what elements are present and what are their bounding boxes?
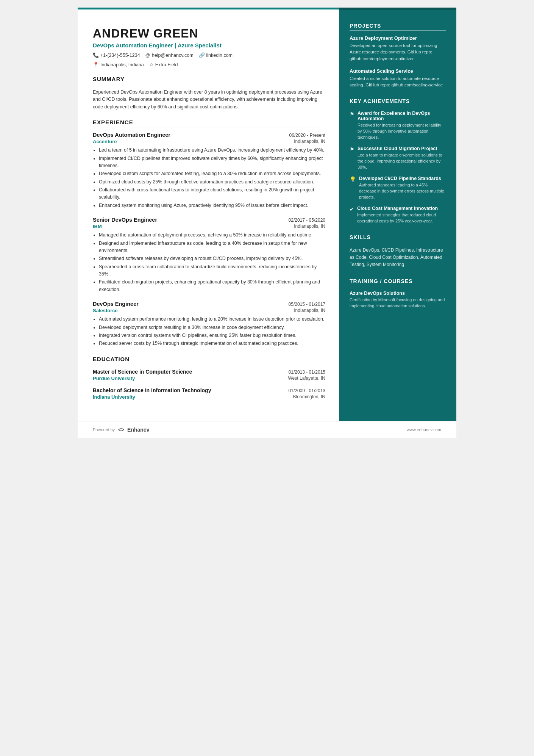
powered-by-text: Powered by bbox=[93, 427, 115, 432]
job-company-2: IBM bbox=[93, 224, 102, 229]
education-title: EDUCATION bbox=[93, 356, 325, 364]
project-desc-2: Created a niche solution to automate res… bbox=[350, 75, 446, 89]
job-date-1: 06/2020 - Present bbox=[289, 133, 325, 138]
job-location-3: Indianapolis, IN bbox=[294, 308, 325, 313]
project-name-2: Automated Scaling Service bbox=[350, 68, 446, 74]
location-contact: 📍 Indianapolis, Indiana bbox=[93, 62, 144, 67]
achievement-desc-4: Implemented strategies that reduced clou… bbox=[357, 212, 446, 224]
project-desc-1: Developed an open-source tool for optimi… bbox=[350, 42, 446, 62]
achievement-title-3: Developed CI/CD Pipeline Standards bbox=[359, 176, 446, 181]
enhancv-logo: Enhancv bbox=[117, 427, 149, 433]
bullet: Reduced server costs by 15% through stra… bbox=[99, 340, 325, 347]
achievement-item-4: ✔ Cloud Cost Management Innovation Imple… bbox=[350, 206, 446, 224]
achievement-desc-1: Received for increasing deployment relia… bbox=[358, 122, 446, 141]
training-item-1: Azure DevOps Solutions Certification by … bbox=[350, 291, 446, 309]
bullet: Managed the automation of deployment pro… bbox=[99, 232, 325, 239]
skills-section: SKILLS Azure DevOps, CI/CD Pipelines, In… bbox=[350, 234, 446, 269]
projects-title: PROJECTS bbox=[350, 23, 446, 31]
education-section: EDUCATION Master of Science in Computer … bbox=[93, 356, 325, 400]
training-title: TRAINING / COURSES bbox=[350, 278, 446, 286]
project-item-2: Automated Scaling Service Created a nich… bbox=[350, 68, 446, 89]
job-title-3: DevOps Engineer bbox=[93, 301, 139, 307]
training-section: TRAINING / COURSES Azure DevOps Solution… bbox=[350, 278, 446, 309]
bullet: Collaborated with cross-functional teams… bbox=[99, 186, 325, 201]
job-location-1: Indianapolis, IN bbox=[294, 139, 325, 144]
job-company-3: Salesforce bbox=[93, 308, 118, 313]
skills-text: Azure DevOps, CI/CD Pipelines, Infrastru… bbox=[350, 247, 446, 269]
edu-date-2: 01/2009 - 01/2013 bbox=[289, 388, 325, 393]
job-bullets-2: Managed the automation of deployment pro… bbox=[93, 232, 325, 293]
job-title-1: DevOps Automation Engineer bbox=[93, 132, 170, 138]
bullet: Designed and implemented infrastructure … bbox=[99, 240, 325, 255]
edu-item-2: Bachelor of Science in Information Techn… bbox=[93, 387, 325, 400]
resume-header: ANDREW GREEN DevOps Automation Engineer … bbox=[93, 27, 325, 67]
job-bullets-1: Led a team of 5 in automating infrastruc… bbox=[93, 147, 325, 209]
achievement-desc-2: Led a team to migrate on-premise solutio… bbox=[358, 152, 446, 171]
contact-line: 📞 +1-(234)-555-1234 @ help@enhancv.com 🔗… bbox=[93, 52, 325, 58]
achievement-icon-1: ⚑ bbox=[350, 111, 354, 117]
edu-date-1: 01/2013 - 01/2015 bbox=[289, 369, 325, 375]
bullet: Developed custom scripts for automated t… bbox=[99, 170, 325, 177]
location-line: 📍 Indianapolis, Indiana ☆ Extra Field bbox=[93, 62, 325, 67]
achievement-desc-3: Authored standards leading to a 45% decr… bbox=[359, 182, 446, 200]
achievement-icon-3: 💡 bbox=[350, 176, 356, 182]
bullet: Spearheaded a cross-team collaboration t… bbox=[99, 263, 325, 278]
footer-website: www.enhancv.com bbox=[407, 427, 441, 432]
training-desc-1: Certification by Microsoft focusing on d… bbox=[350, 297, 446, 309]
degree-2: Bachelor of Science in Information Techn… bbox=[93, 387, 211, 393]
bullet: Integrated version control systems with … bbox=[99, 332, 325, 339]
achievement-title-4: Cloud Cost Management Innovation bbox=[357, 206, 446, 211]
phone-icon: 📞 bbox=[93, 52, 99, 58]
footer-powered-by: Powered by Enhancv bbox=[93, 427, 149, 433]
school-1: Purdue University bbox=[93, 376, 135, 381]
achievements-title: KEY ACHIEVEMENTS bbox=[350, 98, 446, 106]
linkedin-contact: 🔗 linkedin.com bbox=[199, 52, 233, 58]
projects-section: PROJECTS Azure Deployment Optimizer Deve… bbox=[350, 23, 446, 88]
job-item-3: DevOps Engineer 05/2015 - 01/2017 Salesf… bbox=[93, 301, 325, 347]
experience-section: EXPERIENCE DevOps Automation Engineer 06… bbox=[93, 119, 325, 347]
job-date-3: 05/2015 - 01/2017 bbox=[289, 302, 325, 307]
summary-text: Experienced DevOps Automation Engineer w… bbox=[93, 89, 325, 111]
bullet: Developed deployment scripts resulting i… bbox=[99, 324, 325, 331]
degree-1: Master of Science in Computer Science bbox=[93, 369, 192, 375]
training-name-1: Azure DevOps Solutions bbox=[350, 291, 446, 296]
phone-contact: 📞 +1-(234)-555-1234 bbox=[93, 52, 140, 58]
bullet: Automated system performance monitoring,… bbox=[99, 316, 325, 323]
achievement-item-3: 💡 Developed CI/CD Pipeline Standards Aut… bbox=[350, 176, 446, 200]
bullet: Facilitated cloud migration projects, en… bbox=[99, 279, 325, 293]
bullet: Implemented CI/CD pipelines that improve… bbox=[99, 155, 325, 170]
logo-icon bbox=[117, 427, 125, 432]
email-contact: @ help@enhancv.com bbox=[145, 52, 194, 58]
right-sidebar: PROJECTS Azure Deployment Optimizer Deve… bbox=[339, 8, 456, 421]
project-item-1: Azure Deployment Optimizer Developed an … bbox=[350, 35, 446, 62]
achievement-title-2: Successful Cloud Migration Project bbox=[358, 146, 446, 151]
brand-name: Enhancv bbox=[127, 427, 149, 433]
location-icon: 📍 bbox=[93, 62, 99, 67]
summary-section: SUMMARY Experienced DevOps Automation En… bbox=[93, 76, 325, 111]
bullet: Streamlined software releases by develop… bbox=[99, 255, 325, 262]
job-location-2: Indianapolis, IN bbox=[294, 224, 325, 229]
star-icon: ☆ bbox=[149, 62, 154, 67]
edu-location-1: West Lafayette, IN bbox=[288, 376, 326, 381]
job-bullets-3: Automated system performance monitoring,… bbox=[93, 316, 325, 347]
candidate-name: ANDREW GREEN bbox=[93, 27, 325, 41]
job-date-2: 02/2017 - 05/2020 bbox=[289, 218, 325, 223]
achievement-item-1: ⚑ Award for Excellence in DevOps Automat… bbox=[350, 111, 446, 141]
edu-item-1: Master of Science in Computer Science 01… bbox=[93, 369, 325, 381]
school-2: Indiana University bbox=[93, 394, 135, 400]
email-icon: @ bbox=[145, 52, 150, 58]
achievement-icon-2: ⚑ bbox=[350, 146, 354, 152]
experience-title: EXPERIENCE bbox=[93, 119, 325, 127]
job-title-2: Senior DevOps Engineer bbox=[93, 217, 157, 223]
summary-title: SUMMARY bbox=[93, 76, 325, 84]
candidate-title: DevOps Automation Engineer | Azure Speci… bbox=[93, 42, 325, 49]
linkedin-icon: 🔗 bbox=[199, 52, 205, 58]
bullet: Optimized cloud costs by 25% through eff… bbox=[99, 178, 325, 186]
achievement-title-1: Award for Excellence in DevOps Automatio… bbox=[358, 111, 446, 121]
skills-title: SKILLS bbox=[350, 234, 446, 242]
bullet: Enhanced system monitoring using Azure, … bbox=[99, 202, 325, 209]
achievement-icon-4: ✔ bbox=[350, 206, 354, 212]
bullet: Led a team of 5 in automating infrastruc… bbox=[99, 147, 325, 154]
job-item-2: Senior DevOps Engineer 02/2017 - 05/2020… bbox=[93, 217, 325, 293]
job-item-1: DevOps Automation Engineer 06/2020 - Pre… bbox=[93, 132, 325, 209]
